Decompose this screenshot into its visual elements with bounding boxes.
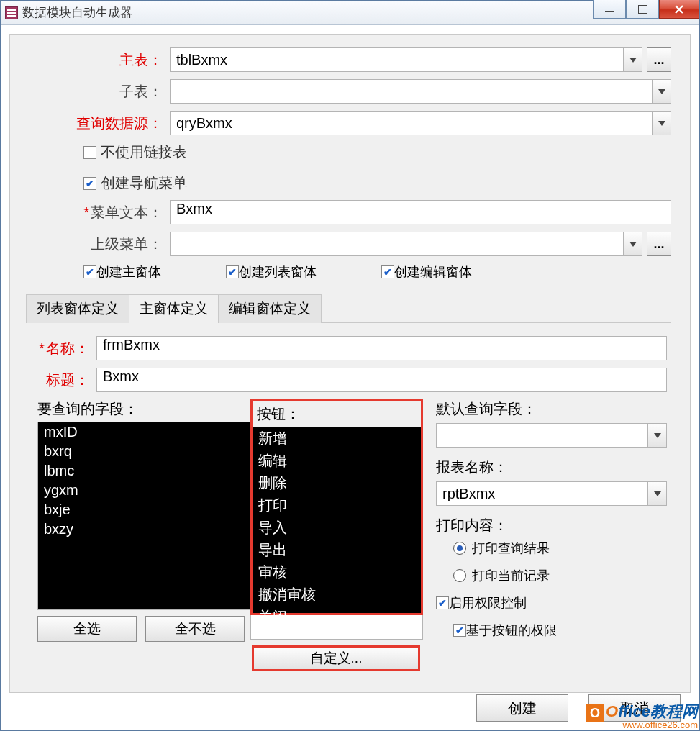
list-item[interactable]: 撤消审核 [253, 584, 421, 606]
report-name-combo[interactable]: rptBxmx [436, 481, 667, 506]
dropdown-icon[interactable] [652, 80, 671, 103]
print-content-label: 打印内容： [436, 516, 667, 535]
dropdown-icon[interactable] [647, 424, 666, 447]
dropdown-icon[interactable] [652, 112, 671, 135]
report-name-label: 报表名称： [436, 458, 667, 477]
query-source-combo[interactable]: qryBxmx [170, 111, 671, 135]
list-item[interactable]: 审核 [253, 561, 421, 584]
deselect-all-button[interactable]: 全不选 [145, 616, 245, 642]
no-link-table-label: 不使用链接表 [101, 142, 187, 162]
customize-button[interactable]: 自定义... [254, 648, 418, 669]
select-all-button[interactable]: 全选 [37, 616, 137, 642]
button-permission-checkbox[interactable] [453, 624, 466, 637]
main-table-browse-button[interactable]: ... [647, 47, 671, 72]
parent-menu-browse-button[interactable]: ... [647, 232, 671, 256]
name-input[interactable]: frmBxmx [96, 336, 667, 360]
menu-text-label: *菜单文本： [29, 203, 170, 222]
button-permission-label: 基于按钮的权限 [466, 622, 557, 639]
print-query-result-label: 打印查询结果 [472, 540, 550, 557]
window-controls [593, 0, 699, 19]
list-item[interactable]: mxID [38, 422, 250, 442]
dropdown-icon[interactable] [623, 48, 642, 71]
list-item[interactable]: 导出 [253, 539, 421, 561]
parent-menu-combo[interactable] [170, 232, 642, 256]
main-table-combo[interactable]: tblBxmx [170, 47, 642, 72]
buttons-label: 按钮： [253, 401, 421, 427]
title-input[interactable]: Bxmx [96, 368, 667, 392]
tab-main-form-content: *名称： frmBxmx 标题： Bxmx 要查询的字段： mxID bxrq … [29, 323, 671, 676]
query-source-label: 查询数据源： [29, 114, 170, 133]
sub-table-label: 子表： [29, 82, 170, 101]
create-button[interactable]: 创建 [476, 694, 568, 722]
sub-table-combo[interactable] [170, 79, 671, 104]
print-current-record-radio[interactable] [453, 569, 466, 582]
default-query-combo[interactable] [436, 423, 667, 448]
create-nav-menu-checkbox[interactable] [83, 177, 96, 190]
tab-edit-form[interactable]: 编辑窗体定义 [218, 294, 322, 323]
create-main-form-checkbox[interactable] [83, 265, 96, 278]
query-fields-listbox[interactable]: mxID bxrq lbmc ygxm bxje bxzy [37, 422, 250, 610]
buttons-panel-highlight: 按钮： 新增 编辑 删除 打印 导入 导出 审核 撤消审核 关闭 [250, 399, 423, 615]
main-table-label: 主表： [29, 50, 170, 70]
parent-menu-label: 上级菜单： [29, 235, 170, 254]
app-window: 数据模块自动生成器 主表： tblBxmx ... 子表： [0, 0, 700, 731]
maximize-button[interactable] [626, 0, 659, 19]
create-list-form-checkbox[interactable] [226, 265, 239, 278]
list-item[interactable]: lbmc [38, 461, 250, 481]
titlebar: 数据模块自动生成器 [1, 1, 699, 25]
title-label: 标题： [37, 371, 96, 390]
enable-permission-label: 启用权限控制 [449, 594, 527, 612]
list-item[interactable]: ygxm [38, 481, 250, 500]
content-panel: 主表： tblBxmx ... 子表： 查询数据源： [9, 34, 691, 693]
print-current-record-label: 打印当前记录 [472, 567, 550, 584]
list-item[interactable]: 删除 [253, 472, 421, 494]
tab-main-form[interactable]: 主窗体定义 [129, 294, 219, 323]
tab-list-form[interactable]: 列表窗体定义 [26, 294, 129, 323]
list-item[interactable]: bxzy [38, 519, 250, 539]
buttons-listbox[interactable]: 新增 编辑 删除 打印 导入 导出 审核 撤消审核 关闭 [253, 427, 421, 613]
window-title: 数据模块自动生成器 [22, 4, 132, 21]
menu-text-input[interactable]: Bxmx [170, 200, 671, 224]
cancel-button[interactable]: 取消 [588, 694, 681, 722]
create-nav-menu-label: 创建导航菜单 [101, 173, 187, 193]
main-table-value: tblBxmx [176, 52, 227, 68]
list-item[interactable]: 编辑 [253, 450, 421, 472]
list-item[interactable]: 新增 [253, 427, 421, 450]
dropdown-icon[interactable] [647, 482, 666, 505]
close-button[interactable] [659, 0, 699, 19]
create-edit-form-checkbox[interactable] [381, 265, 394, 278]
customize-button-highlight: 自定义... [252, 645, 420, 671]
name-label: *名称： [37, 339, 96, 358]
create-list-form-label: 创建列表窗体 [239, 263, 317, 281]
query-source-value: qryBxmx [176, 115, 232, 132]
create-edit-form-label: 创建编辑窗体 [394, 263, 472, 281]
query-fields-label: 要查询的字段： [37, 399, 250, 419]
default-query-label: 默认查询字段： [436, 399, 667, 419]
list-item[interactable]: bxrq [38, 442, 250, 461]
no-link-table-checkbox[interactable] [83, 146, 96, 159]
print-query-result-radio[interactable] [453, 542, 466, 555]
list-item[interactable]: 打印 [253, 494, 421, 517]
create-main-form-label: 创建主窗体 [96, 263, 161, 281]
dropdown-icon[interactable] [623, 232, 642, 255]
list-item[interactable]: 导入 [253, 517, 421, 539]
minimize-button[interactable] [593, 0, 626, 19]
footer-buttons: 创建 取消 [476, 694, 681, 722]
tab-bar: 列表窗体定义 主窗体定义 编辑窗体定义 [26, 294, 671, 323]
list-item[interactable]: bxje [38, 500, 250, 519]
app-icon [5, 6, 18, 19]
enable-permission-checkbox[interactable] [436, 596, 449, 609]
